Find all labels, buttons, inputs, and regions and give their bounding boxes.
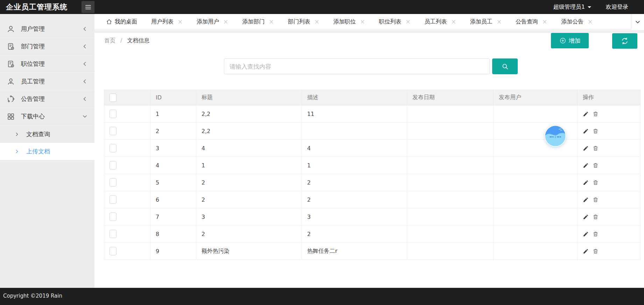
delete-icon[interactable] (593, 214, 599, 220)
row-checkbox[interactable] (109, 144, 116, 152)
sidebar-item-员工管理[interactable]: 员工管理 (0, 73, 94, 90)
edit-icon[interactable] (583, 111, 589, 117)
cell-date (407, 208, 494, 226)
delete-icon[interactable] (593, 180, 599, 186)
tab[interactable]: 添加部门 × (235, 14, 281, 30)
table-row: 5 2 2 (104, 174, 641, 191)
tab[interactable]: 职位列表 × (372, 14, 417, 30)
sidebar-subitem-上传文档[interactable]: 上传文档 (0, 143, 94, 160)
search-input[interactable] (224, 58, 490, 74)
edit-icon[interactable] (583, 197, 589, 203)
tab-close-icon[interactable]: × (269, 19, 274, 25)
welcome-login-link[interactable]: 欢迎登录 (606, 4, 628, 11)
sidebar-subitem-文档查询[interactable]: 文档查询 (0, 125, 94, 143)
col-header-ops: 操作 (578, 90, 641, 105)
edit-icon[interactable] (583, 162, 589, 168)
cell-user (494, 140, 578, 157)
col-header-user: 发布用户 (494, 90, 578, 105)
delete-icon[interactable] (593, 145, 599, 151)
tab-label: 添加公告 (561, 18, 583, 26)
user-avatar-image (545, 125, 566, 147)
chevron-left-icon (82, 44, 87, 49)
col-header-title: 标题 (196, 90, 302, 105)
sidebar-item-公告管理[interactable]: 公告管理 (0, 90, 94, 108)
table-row: 1 2,2 11 (104, 105, 641, 123)
tab[interactable]: 添加用户 × (190, 14, 235, 30)
sidebar-item-下载中心[interactable]: 下载中心 (0, 108, 94, 125)
cell-user (494, 105, 578, 123)
edit-icon[interactable] (583, 231, 589, 237)
tab-label: 添加部门 (242, 18, 265, 26)
edit-icon[interactable] (583, 128, 589, 134)
tab-close-icon[interactable]: × (223, 19, 228, 25)
sidebar-toggle-button[interactable] (82, 1, 94, 13)
tab-close-icon[interactable]: × (542, 19, 547, 25)
row-checkbox[interactable] (109, 247, 116, 255)
edit-icon[interactable] (583, 214, 589, 220)
table-row: 6 2 2 (104, 191, 641, 208)
tab-label: 公告查询 (516, 18, 538, 26)
department-icon (7, 42, 15, 51)
search-button[interactable] (492, 58, 518, 74)
tab[interactable]: 用户列表 × (144, 14, 190, 30)
tab-close-icon[interactable]: × (497, 19, 502, 25)
cell-user (494, 208, 578, 226)
tab-close-icon[interactable]: × (588, 19, 593, 25)
tab-close-icon[interactable]: × (360, 19, 365, 25)
delete-icon[interactable] (593, 111, 599, 117)
sidebar-subitem-label: 上传文档 (26, 147, 50, 155)
tab[interactable]: 添加公告 × (554, 14, 600, 30)
cell-id: 6 (150, 191, 196, 208)
delete-icon[interactable] (593, 162, 599, 168)
cell-date (407, 174, 494, 191)
tab[interactable]: 员工列表 × (418, 14, 463, 30)
delete-icon[interactable] (593, 248, 599, 254)
cell-id: 4 (150, 157, 196, 174)
footer: Copyright ©2019 Rain (0, 288, 644, 305)
tab-close-icon[interactable]: × (405, 19, 410, 25)
delete-icon[interactable] (593, 231, 599, 237)
row-checkbox[interactable] (109, 213, 116, 221)
employee-icon (7, 77, 15, 86)
cell-title: 2 (196, 174, 302, 191)
sidebar-item-用户管理[interactable]: 用户管理 (0, 20, 94, 38)
row-checkbox[interactable] (109, 178, 116, 187)
sidebar-item-职位管理[interactable]: 职位管理 (0, 55, 94, 73)
tab-overflow-button[interactable] (631, 14, 644, 30)
tab[interactable]: 部门列表 × (281, 14, 326, 30)
select-all-checkbox[interactable] (109, 93, 116, 102)
delete-icon[interactable] (593, 197, 599, 203)
edit-icon[interactable] (583, 180, 589, 186)
tab-label: 添加用户 (197, 18, 219, 26)
tab[interactable]: 添加职位 × (326, 14, 372, 30)
tab-close-icon[interactable]: × (314, 19, 319, 25)
tab-close-icon[interactable]: × (178, 19, 183, 25)
refresh-button[interactable] (612, 33, 637, 49)
plus-circle-icon (559, 37, 566, 44)
delete-icon[interactable] (593, 128, 599, 134)
announcement-icon (7, 95, 15, 103)
breadcrumb-home[interactable]: 首页 (104, 37, 115, 44)
tab[interactable]: 我的桌面 (99, 14, 144, 30)
tab[interactable]: 添加员工 × (463, 14, 509, 30)
sidebar-item-label: 公告管理 (21, 95, 82, 103)
tab[interactable]: 公告查询 × (509, 14, 554, 30)
cell-id: 2 (150, 123, 196, 140)
edit-icon[interactable] (583, 145, 589, 151)
row-checkbox[interactable] (109, 161, 116, 169)
sidebar-item-部门管理[interactable]: 部门管理 (0, 38, 94, 55)
tab-close-icon[interactable]: × (451, 19, 456, 25)
app-title: 企业员工管理系统 (6, 0, 68, 14)
tab-bar: 我的桌面 用户列表 × 添加用户 × 添加部门 × 部门列表 × 添加职位 × … (94, 14, 644, 30)
user-dropdown[interactable]: 超级管理员1 (553, 4, 591, 11)
documents-table: ID 标题 描述 发布日期 发布用户 操作 1 2,2 11 (104, 90, 640, 260)
row-checkbox[interactable] (109, 127, 116, 135)
row-checkbox[interactable] (109, 110, 116, 118)
list-menu-icon (85, 5, 91, 10)
edit-icon[interactable] (583, 248, 589, 254)
row-checkbox[interactable] (109, 195, 116, 204)
cell-user (494, 226, 578, 243)
add-button[interactable]: 增加 (551, 33, 589, 48)
add-button-label: 增加 (569, 37, 581, 45)
row-checkbox[interactable] (109, 230, 116, 238)
